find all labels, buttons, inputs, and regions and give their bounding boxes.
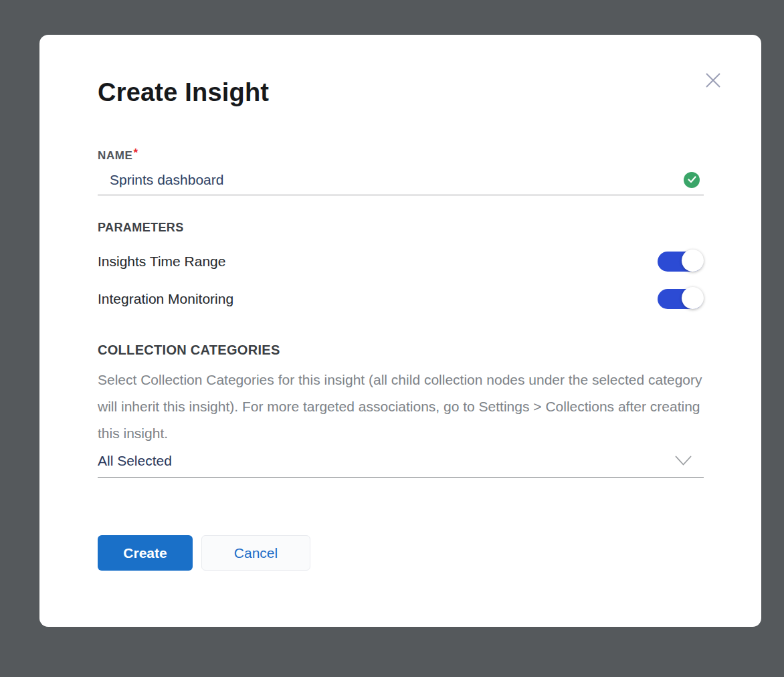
dropdown-selected-value: All Selected (98, 453, 172, 469)
close-button[interactable] (704, 71, 722, 90)
page-title: Create Insight (98, 77, 704, 108)
toggle-knob (682, 250, 704, 272)
create-insight-dialog: Create Insight NAME* PARAMETERS Insights… (39, 35, 761, 627)
required-asterisk: * (133, 147, 138, 159)
chevron-down-icon (675, 456, 692, 466)
name-field-row (98, 173, 704, 195)
insights-time-range-toggle[interactable] (658, 252, 703, 272)
close-icon (704, 72, 722, 89)
toggle-knob (682, 287, 704, 309)
toggle-label: Integration Monitoring (98, 291, 233, 307)
dialog-actions: Create Cancel (98, 535, 704, 571)
cancel-button[interactable]: Cancel (201, 535, 310, 571)
parameters-heading: PARAMETERS (98, 219, 704, 235)
toggle-label: Insights Time Range (98, 254, 225, 270)
create-button[interactable]: Create (98, 535, 193, 571)
valid-check-icon (684, 172, 700, 188)
collection-categories-heading: COLLECTION CATEGORIES (98, 341, 704, 359)
name-label: NAME* (98, 146, 704, 163)
parameter-row-integration-monitoring: Integration Monitoring (98, 288, 704, 310)
collection-categories-dropdown[interactable]: All Selected (98, 458, 704, 478)
name-input[interactable] (98, 172, 684, 188)
parameter-row-insights-time-range: Insights Time Range (98, 250, 704, 273)
collection-categories-description: Select Collection Categories for this in… (98, 367, 704, 447)
integration-monitoring-toggle[interactable] (658, 289, 703, 309)
